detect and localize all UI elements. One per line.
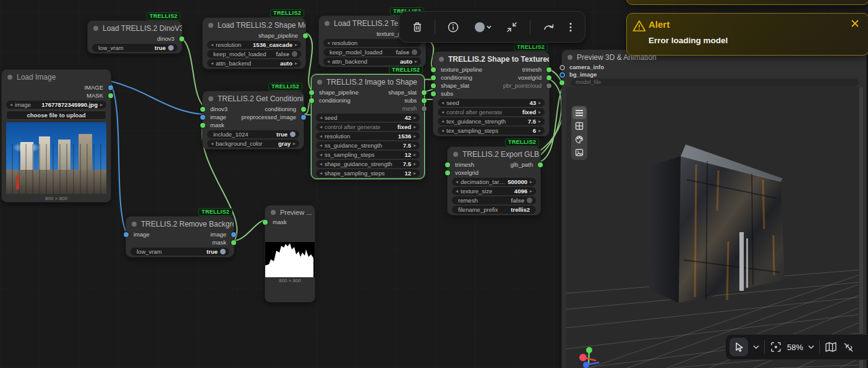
input-pin-voxelgrid[interactable]	[445, 170, 450, 175]
input-pin-image[interactable]	[124, 232, 129, 237]
input-pin-trimesh[interactable]	[445, 162, 450, 167]
input-pin-camera-info[interactable]	[560, 65, 565, 70]
widget-shape-guidance-strength[interactable]: ◂shape_guidance_strength 7.5▸	[316, 160, 420, 168]
widget-filename-prefix[interactable]: filename_prefix trellis2	[452, 206, 536, 214]
input-pin-dinov3[interactable]	[200, 107, 205, 112]
node-shape-to-textured-mesh[interactable]: TRELLIS2 TRELLIS.2 Shape to Textured Mes…	[433, 51, 550, 136]
node-load-shape-model[interactable]: TRELLIS2 Load TRELLIS.2 Shape Model shap…	[202, 17, 306, 69]
widget-remesh[interactable]: remesh false	[452, 196, 536, 204]
widget-seed[interactable]: ◂seed 42▸	[316, 114, 420, 122]
node-remove-background[interactable]: TRELLIS2 TRELLIS.2 Remove Background ima…	[126, 216, 234, 257]
zoom-level[interactable]: 58%	[787, 343, 803, 352]
model-file-widget[interactable]: model_file	[571, 78, 859, 86]
node-get-conditioning[interactable]: TRELLIS2 TRELLIS.2 Get Conditioning dino…	[202, 91, 304, 149]
widget-decimation-target[interactable]: ◂decimation_target 500000▸	[452, 178, 536, 186]
node-header[interactable]: Preview ...	[265, 206, 315, 218]
combo-right-arrow-icon[interactable]: ▸	[295, 41, 297, 49]
node-header[interactable]: TRELLIS.2 Remove Background	[126, 217, 234, 230]
toggle-knob[interactable]	[290, 132, 296, 137]
widget-background-color[interactable]: ◂ background_color gray ▸	[207, 140, 299, 148]
output-pin-image[interactable]	[108, 85, 113, 90]
node-header[interactable]: TRELLIS.2 Image to Shape	[312, 75, 424, 88]
node-load-image[interactable]: Load Image IMAGE MASK ◂ image 1767787234…	[1, 69, 111, 203]
node-header[interactable]: TRELLIS.2 Shape to Textured Mesh	[433, 52, 549, 65]
more-options-button[interactable]	[566, 19, 576, 36]
node-header[interactable]: Load TRELLIS.2 DinoV3	[88, 21, 182, 35]
input-pin-mask[interactable]	[200, 123, 205, 128]
collapse-dot[interactable]	[325, 21, 330, 26]
combo-left-arrow-icon[interactable]: ◂	[211, 140, 213, 148]
toggle-knob[interactable]	[412, 49, 417, 55]
palette-icon[interactable]	[572, 133, 586, 146]
toggle-knob[interactable]	[220, 249, 226, 254]
widget-include-1024[interactable]: include_1024 true	[207, 130, 299, 138]
output-pin-glb-path[interactable]	[538, 162, 543, 167]
input-pin-subs[interactable]	[431, 91, 436, 96]
zoom-chevron-down-icon[interactable]	[808, 345, 814, 349]
widget-resolution[interactable]: ◂resolution 1536▸	[316, 132, 420, 140]
widget-image-file[interactable]: ◂ image 17677872345990.jpg ▸	[6, 101, 106, 109]
3d-viewport[interactable]	[566, 87, 859, 368]
node-export-glb[interactable]: TRELLIS2 TRELLIS.2 Export GLB trimesh gl…	[447, 146, 541, 215]
widget-keep-model-loaded[interactable]: keep_model_loaded false	[207, 50, 301, 58]
collapse-dot[interactable]	[7, 75, 12, 80]
viewport-scrollbar[interactable]	[859, 87, 863, 368]
collapse-node-button[interactable]	[503, 19, 521, 36]
input-pin-image[interactable]	[200, 115, 205, 120]
image-icon[interactable]	[572, 146, 586, 159]
output-pin-pbr-pointcloud[interactable]	[547, 83, 551, 88]
output-pin-image[interactable]	[231, 232, 236, 237]
input-pin-shape-pipeline[interactable]	[309, 90, 314, 95]
close-icon[interactable]	[850, 19, 860, 28]
input-pin-model-file[interactable]	[560, 80, 564, 85]
node-preview-mask[interactable]: Preview ... mask 800 × 800	[265, 205, 315, 303]
widget-ss-guidance-strength[interactable]: ◂ss_guidance_strength 7.5▸	[316, 141, 420, 149]
delete-node-button[interactable]	[409, 19, 426, 36]
collapse-dot[interactable]	[132, 222, 137, 227]
output-pin-conditioning[interactable]	[301, 107, 306, 112]
output-pin-preprocessed-image[interactable]	[301, 115, 306, 120]
widget-texture-size[interactable]: ◂texture_size 4096▸	[452, 187, 536, 195]
node-header[interactable]: TRELLIS.2 Export GLB	[448, 147, 540, 161]
toggle-knob[interactable]	[168, 45, 174, 51]
combo-left-arrow-icon[interactable]: ◂	[10, 101, 12, 109]
info-button[interactable]	[445, 19, 462, 36]
widget-resolution[interactable]: ◂ resolution 1536_cascade ▸	[207, 41, 301, 49]
map-icon[interactable]	[825, 341, 837, 353]
widget-attn-backend[interactable]: ◂ attn_backend auto ▸	[207, 59, 301, 67]
node-header[interactable]: Load TRELLIS.2 Shape Model	[203, 18, 305, 31]
node-preview-3d[interactable]: Preview 3D & Animation camera_info bg_im…	[561, 49, 867, 368]
upload-button[interactable]: choose file to upload	[6, 111, 106, 120]
widget-shape-sampling-steps[interactable]: ◂shape_sampling_steps 12▸	[316, 169, 420, 177]
grid-icon[interactable]	[572, 120, 586, 132]
collapse-dot[interactable]	[208, 96, 213, 101]
tool-chevron-down-icon[interactable]	[753, 345, 759, 349]
widget-keep-model-loaded[interactable]: keep_model_loaded false	[323, 48, 421, 56]
widget-low-vram[interactable]: low_vram true	[130, 248, 229, 256]
menu-icon[interactable]	[572, 107, 586, 119]
combo-left-arrow-icon[interactable]: ◂	[327, 57, 330, 65]
collapse-dot[interactable]	[208, 23, 213, 28]
node-image-to-shape[interactable]: TRELLIS2 TRELLIS.2 Image to Shape shape_…	[311, 74, 425, 179]
select-tool-button[interactable]	[730, 338, 748, 356]
widget-control-after-generate[interactable]: ◂control after generate fixed▸	[438, 108, 545, 116]
collapse-dot[interactable]	[453, 152, 458, 157]
widget-tex-guidance-strength[interactable]: ◂tex_guidance_strength 7.5▸	[438, 117, 545, 125]
combo-right-arrow-icon[interactable]: ▸	[100, 101, 103, 109]
widget-control-after-generate[interactable]: ◂control after generate fixed▸	[316, 123, 420, 131]
redo-button[interactable]	[540, 19, 557, 36]
node-load-dinov3[interactable]: TRELLIS2 Load TRELLIS.2 DinoV3 dinov3 lo…	[87, 20, 182, 54]
collapse-dot[interactable]	[439, 57, 444, 62]
output-pin-voxelgrid[interactable]	[547, 75, 551, 80]
output-pin-dinov3[interactable]	[179, 36, 184, 41]
output-pin-mask[interactable]	[231, 240, 236, 245]
widget-low-vram[interactable]: low_vram true	[92, 44, 177, 52]
input-pin-conditioning[interactable]	[309, 98, 314, 103]
combo-right-arrow-icon[interactable]: ▸	[295, 59, 297, 67]
combo-left-arrow-icon[interactable]: ◂	[211, 59, 213, 67]
toggle-knob[interactable]	[292, 51, 297, 57]
combo-right-arrow-icon[interactable]: ▸	[293, 140, 296, 148]
toggle-knob[interactable]	[527, 198, 532, 203]
widget-attn-backend[interactable]: ◂ attn_backend auto ▸	[323, 57, 421, 65]
widget-ss-sampling-steps[interactable]: ◂ss_sampling_steps 12▸	[316, 151, 420, 159]
